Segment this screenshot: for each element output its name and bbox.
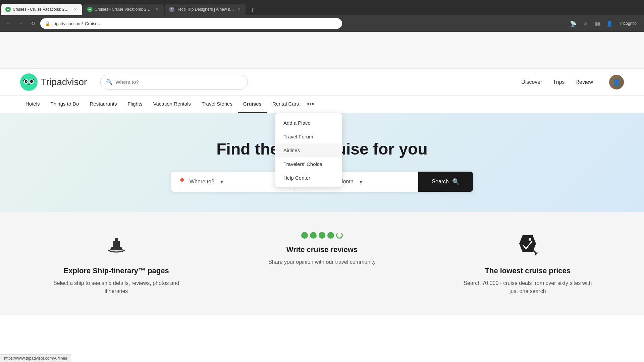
nav-item-flights[interactable]: Flights — [122, 96, 148, 113]
nav-item-hotels[interactable]: Hotels — [20, 96, 45, 113]
tab-3-favicon: R — [169, 7, 174, 12]
departure-arrow-icon: ▾ — [360, 179, 362, 185]
feature-lowest-prices-title: The lowest cruise prices — [461, 266, 595, 275]
site-header: Tripadvisor 🔍 Discover Trips Review 👤 — [0, 69, 644, 96]
svg-point-10 — [32, 80, 33, 81]
dropdown-menu: Add a Place Travel Forum Airlines Travel… — [275, 113, 342, 188]
url-base: tripadvisor.com/ — [52, 21, 83, 26]
more-dots-icon: ••• — [307, 100, 314, 108]
incognito-label: Incognito — [617, 20, 640, 27]
feature-lowest-prices: ↙ The lowest cruise prices Search 70,000… — [461, 232, 595, 295]
nav-item-travel-stories[interactable]: Travel Stories — [196, 96, 238, 113]
loading-dots — [255, 232, 389, 239]
feature-ship-pages: Explore Ship-tinerary™ pages Select a sh… — [49, 232, 183, 295]
dot-4 — [327, 232, 334, 239]
header-nav-trips[interactable]: Trips — [553, 79, 565, 85]
tab-bar: Cruises - Cruise Vacations: 2023... ✕ Cr… — [0, 0, 644, 15]
feature-ship-pages-desc: Select a ship to see ship details, revie… — [49, 279, 183, 295]
site-wrapper: Tripadvisor 🔍 Discover Trips Review 👤 Ho… — [0, 32, 644, 315]
profile-icon[interactable]: 👤 — [605, 19, 614, 28]
header-search-icon: 🔍 — [106, 79, 113, 85]
back-button[interactable]: ← — [4, 19, 13, 28]
feature-ship-pages-title: Explore Ship-tinerary™ pages — [49, 266, 183, 275]
svg-rect-11 — [113, 241, 120, 247]
svg-point-3 — [90, 9, 91, 10]
status-url: https://www.tripadvisor.com/Airlines — [4, 356, 67, 361]
location-icon: 📍 — [178, 178, 186, 186]
header-nav-discover[interactable]: Discover — [521, 79, 542, 85]
status-bar: https://www.tripadvisor.com/Airlines — [0, 354, 71, 362]
header-search-input[interactable] — [115, 79, 242, 85]
feature-write-reviews: Write cruise reviews Share your opinion … — [255, 232, 389, 266]
svg-point-0 — [7, 9, 8, 10]
svg-point-2 — [89, 9, 90, 10]
logo-icon — [20, 73, 38, 91]
logo-text: Tripadvisor — [41, 77, 87, 87]
tab-2[interactable]: Cruises - Cruise Vacations: 202... ✕ — [83, 4, 164, 15]
tab-1-close[interactable]: ✕ — [72, 7, 78, 12]
svg-rect-12 — [115, 238, 118, 241]
feature-write-reviews-desc: Share your opinion with our travel commu… — [255, 258, 389, 266]
dot-3 — [319, 232, 325, 239]
header-nav: Discover Trips Review 👤 — [521, 75, 624, 89]
url-path: Cruises — [85, 21, 100, 26]
dot-2 — [310, 232, 317, 239]
address-bar: ← → ↻ 🔒 tripadvisor.com/Cruises 📡 ☆ ▦ 👤 … — [0, 15, 644, 32]
tab-3[interactable]: R Reco Trip Designers | A new kin... ✕ — [165, 4, 246, 15]
cast-icon[interactable]: 📡 — [569, 19, 578, 28]
browser-chrome: Cruises - Cruise Vacations: 2023... ✕ Cr… — [0, 0, 644, 32]
price-tag-icon: ↙ — [461, 232, 595, 260]
tab-2-close[interactable]: ✕ — [154, 7, 160, 12]
ship-icon — [49, 232, 183, 260]
features-section: Explore Ship-tinerary™ pages Select a sh… — [0, 212, 644, 315]
svg-point-4 — [20, 73, 38, 91]
reload-button[interactable]: ↻ — [28, 19, 38, 28]
tab-2-favicon — [87, 7, 93, 12]
nav-item-restaurants[interactable]: Restaurants — [85, 96, 122, 113]
nav-more-button[interactable]: ••• — [304, 96, 317, 113]
url-bar[interactable]: 🔒 tripadvisor.com/Cruises — [40, 18, 342, 29]
svg-point-1 — [8, 9, 9, 10]
forward-button[interactable]: → — [16, 19, 25, 28]
dropdown-item-add-place[interactable]: Add a Place — [275, 116, 342, 130]
nav-item-vacation-rentals[interactable]: Vacation Rentals — [148, 96, 196, 113]
reading-mode-icon[interactable]: ▦ — [593, 19, 602, 28]
tab-1-title: Cruises - Cruise Vacations: 2023... — [13, 7, 70, 12]
header-search-bar[interactable]: 🔍 — [100, 75, 248, 89]
logo[interactable]: Tripadvisor — [20, 73, 87, 91]
header-nav-review[interactable]: Review — [576, 79, 593, 85]
dropdown-item-travel-forum[interactable]: Travel Forum — [275, 130, 342, 143]
dot-1 — [301, 232, 308, 239]
feature-write-reviews-title: Write cruise reviews — [255, 245, 389, 254]
lock-icon: 🔒 — [45, 21, 50, 26]
dropdown-item-help-center[interactable]: Help Center — [275, 171, 342, 185]
tab-1[interactable]: Cruises - Cruise Vacations: 2023... ✕ — [1, 4, 82, 15]
feature-lowest-prices-desc: Search 70,000+ cruise deals from over si… — [461, 279, 595, 295]
where-to-arrow-icon: ▾ — [220, 179, 223, 185]
ad-banner — [0, 32, 644, 69]
svg-point-9 — [26, 80, 27, 81]
svg-text:↙: ↙ — [534, 250, 539, 255]
tab-3-title: Reco Trip Designers | A new kin... — [176, 7, 234, 12]
hero-search-button-icon: 🔍 — [452, 178, 460, 185]
site-nav: Hotels Things to Do Restaurants Flights … — [0, 96, 644, 113]
nav-item-things-to-do[interactable]: Things to Do — [45, 96, 85, 113]
nav-item-rental-cars[interactable]: Rental Cars — [267, 96, 304, 113]
svg-point-14 — [529, 238, 531, 241]
hero-where-to-text: Where to? — [190, 179, 214, 185]
loading-spinner — [336, 232, 343, 239]
tab-3-close[interactable]: ✕ — [236, 7, 241, 12]
hero-search-button-label: Search — [432, 179, 449, 185]
user-avatar[interactable]: 👤 — [609, 75, 624, 89]
nav-item-cruises[interactable]: Cruises — [238, 96, 267, 113]
tab-2-title: Cruises - Cruise Vacations: 202... — [95, 7, 152, 12]
new-tab-button[interactable]: + — [248, 5, 258, 15]
bookmark-icon[interactable]: ☆ — [581, 19, 590, 28]
dropdown-item-airlines[interactable]: Airlines — [275, 143, 342, 157]
svg-marker-13 — [519, 235, 536, 252]
tab-1-favicon — [5, 7, 11, 12]
hero-search-button[interactable]: Search 🔍 — [418, 172, 473, 192]
dropdown-item-travelers-choice[interactable]: Travelers' Choice — [275, 157, 342, 171]
address-right-controls: 📡 ☆ ▦ 👤 Incognito — [569, 19, 640, 28]
